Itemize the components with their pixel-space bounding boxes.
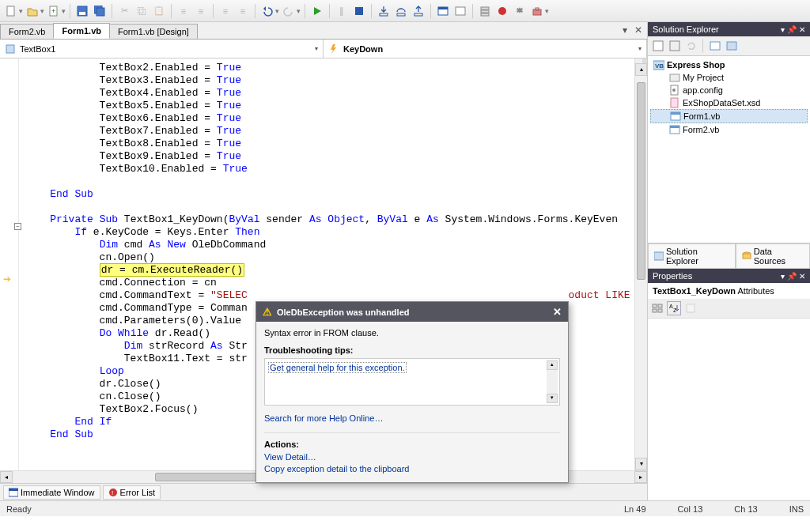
tips-scrollbar[interactable]: ▴ ▾ bbox=[547, 360, 558, 403]
svg-rect-26 bbox=[670, 41, 679, 51]
dropdown-icon[interactable]: ▾ bbox=[781, 25, 785, 34]
pin-icon[interactable]: 📌 bbox=[787, 25, 797, 34]
properties-object-selector[interactable]: TextBox1_KeyDown Attributes bbox=[648, 283, 810, 299]
tree-item-label: Form1.vb bbox=[683, 111, 720, 121]
tree-item-label: app.config bbox=[683, 85, 723, 95]
status-ch: Ch 13 bbox=[734, 504, 757, 514]
breakpoints-icon[interactable] bbox=[494, 3, 510, 19]
close-icon[interactable]: ✕ bbox=[799, 272, 805, 281]
view-designer-icon[interactable] bbox=[725, 39, 739, 53]
view-detail-link[interactable]: View Detail… bbox=[264, 452, 560, 462]
tree-item-form1[interactable]: Form1.vb bbox=[650, 109, 808, 123]
tree-item-form2[interactable]: Form2.vb bbox=[650, 123, 808, 136]
error-list-tab[interactable]: ! Error List bbox=[103, 485, 161, 500]
property-pages-icon[interactable] bbox=[683, 301, 698, 315]
start-debug-icon[interactable] bbox=[309, 3, 325, 19]
dropdown-icon[interactable]: ▾ bbox=[781, 272, 785, 281]
undo-icon[interactable] bbox=[259, 3, 275, 19]
save-icon[interactable] bbox=[74, 3, 90, 19]
scroll-up-icon[interactable]: ▴ bbox=[635, 63, 647, 76]
tab-form2[interactable]: Form2.vb bbox=[0, 24, 54, 39]
svg-rect-45 bbox=[658, 309, 662, 312]
svg-rect-16 bbox=[481, 13, 489, 16]
copy-exception-link[interactable]: Copy exception detail to the clipboard bbox=[264, 464, 560, 474]
vertical-scrollbar[interactable]: ▴ ▾ bbox=[634, 58, 647, 470]
svg-rect-22 bbox=[9, 489, 18, 491]
stop-icon[interactable] bbox=[351, 3, 367, 19]
immediate-window-icon[interactable] bbox=[435, 3, 451, 19]
add-item-icon[interactable]: + bbox=[46, 3, 62, 19]
properties-grid[interactable] bbox=[648, 319, 810, 500]
exception-message: Syntax error in FROM clause. bbox=[264, 328, 560, 338]
save-all-icon[interactable] bbox=[92, 3, 108, 19]
project-node[interactable]: VB Express Shop bbox=[650, 58, 808, 71]
main-toolbar: ▾ ▾ +▾ ✂ ⿻ 📋 ≡ ≡ ≡ ≡ ▾ ▾ ‖ ▾ bbox=[0, 0, 810, 22]
copy-icon[interactable]: ⿻ bbox=[134, 3, 150, 19]
settings-icon[interactable] bbox=[512, 3, 528, 19]
cut-icon[interactable]: ✂ bbox=[116, 3, 132, 19]
solution-explorer-tab[interactable]: Solution Explorer bbox=[648, 243, 736, 269]
exception-help-link[interactable]: Get general help for this exception. bbox=[268, 362, 407, 373]
tab-label: Solution Explorer bbox=[666, 247, 729, 266]
method-dropdown[interactable]: KeyDown ▾ bbox=[324, 40, 647, 58]
step-over-icon[interactable] bbox=[393, 3, 409, 19]
indent-icon[interactable]: ≡ bbox=[176, 3, 191, 19]
scroll-thumb[interactable] bbox=[637, 82, 645, 280]
uncomment-icon[interactable]: ≡ bbox=[235, 3, 251, 19]
tab-label: Data Sources bbox=[754, 247, 804, 266]
scroll-right-icon[interactable]: ▸ bbox=[634, 471, 647, 483]
toolbox-icon[interactable] bbox=[529, 3, 545, 19]
step-out-icon[interactable] bbox=[411, 3, 426, 19]
search-help-online-link[interactable]: Search for more Help Online… bbox=[264, 413, 383, 423]
tab-form1-design[interactable]: Form1.vb [Design] bbox=[109, 24, 198, 39]
solution-explorer-tab-icon bbox=[654, 251, 664, 261]
properties-toolbar: AZ bbox=[648, 299, 810, 319]
status-col: Col 13 bbox=[678, 504, 703, 514]
locals-icon[interactable] bbox=[452, 3, 468, 19]
warning-icon: ⚠ bbox=[263, 306, 272, 318]
svg-rect-38 bbox=[670, 126, 679, 128]
break-icon[interactable]: ‖ bbox=[334, 3, 350, 19]
tab-form1[interactable]: Form1.vb bbox=[53, 23, 110, 39]
tree-item-appconfig[interactable]: app.config bbox=[650, 84, 808, 96]
object-dropdown[interactable]: TextBox1 ▾ bbox=[0, 40, 324, 58]
scroll-down-icon[interactable]: ▾ bbox=[635, 458, 647, 470]
categorized-icon[interactable] bbox=[650, 301, 664, 315]
alphabetical-icon[interactable]: AZ bbox=[667, 301, 681, 315]
svg-rect-14 bbox=[481, 7, 489, 9]
solution-explorer-header: Solution Explorer ▾📌✕ bbox=[648, 22, 810, 36]
view-code-icon[interactable] bbox=[708, 39, 722, 53]
open-icon[interactable] bbox=[25, 3, 40, 19]
data-sources-tab[interactable]: Data Sources bbox=[736, 243, 810, 269]
tree-item-dataset[interactable]: ExShopDataSet.xsd bbox=[650, 96, 808, 109]
svg-rect-4 bbox=[79, 12, 85, 15]
tab-dropdown-icon[interactable]: ▾ bbox=[619, 25, 630, 36]
close-icon[interactable]: ✕ bbox=[799, 25, 805, 34]
tree-item-myproject[interactable]: My Project bbox=[650, 71, 808, 84]
comment-icon[interactable]: ≡ bbox=[218, 3, 233, 19]
pin-icon[interactable]: 📌 bbox=[787, 272, 797, 281]
svg-rect-27 bbox=[710, 42, 720, 50]
new-file-icon[interactable] bbox=[3, 3, 19, 19]
redo-icon[interactable] bbox=[281, 3, 297, 19]
svg-rect-8 bbox=[380, 13, 388, 16]
properties-object-name: TextBox1_KeyDown bbox=[653, 286, 736, 296]
outdent-icon[interactable]: ≡ bbox=[193, 3, 209, 19]
svg-point-33 bbox=[672, 89, 676, 92]
paste-icon[interactable]: 📋 bbox=[151, 3, 167, 19]
call-stack-icon[interactable] bbox=[477, 3, 493, 19]
show-all-icon[interactable] bbox=[668, 39, 682, 53]
scroll-left-icon[interactable]: ◂ bbox=[0, 471, 13, 483]
step-into-icon[interactable] bbox=[376, 3, 392, 19]
refresh-icon[interactable] bbox=[684, 39, 698, 53]
exception-close-icon[interactable]: ✕ bbox=[553, 306, 562, 318]
properties-icon[interactable] bbox=[651, 39, 665, 53]
lightning-icon bbox=[328, 43, 339, 55]
svg-rect-39 bbox=[654, 252, 664, 260]
project-name: Express Shop bbox=[667, 60, 725, 70]
tree-item-label: Form2.vb bbox=[683, 125, 719, 134]
status-line: Ln 49 bbox=[624, 504, 646, 514]
object-dropdown-text: TextBox1 bbox=[20, 44, 315, 54]
tab-close-icon[interactable]: ✕ bbox=[633, 25, 644, 36]
immediate-window-tab[interactable]: Immediate Window bbox=[3, 485, 100, 500]
